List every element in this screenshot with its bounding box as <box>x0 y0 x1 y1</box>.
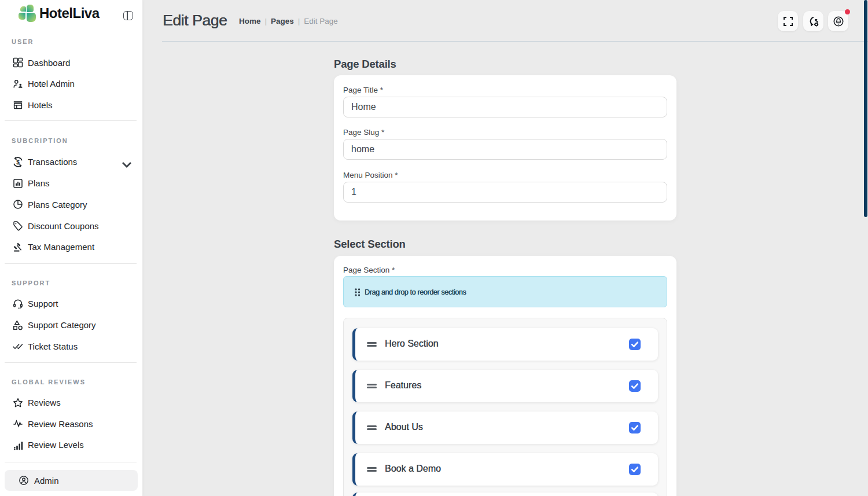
svg-text:$: $ <box>16 159 20 165</box>
